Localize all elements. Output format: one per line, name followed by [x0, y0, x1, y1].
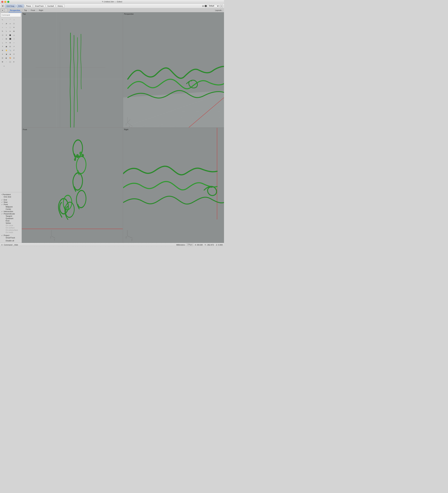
dot-tool[interactable]: ⊡: [8, 45, 12, 48]
light-tool[interactable]: ☀: [12, 52, 16, 56]
color-icon: 🎨: [9, 57, 11, 59]
layer-tool[interactable]: ≡: [1, 52, 4, 56]
point-tool[interactable]: ·: [4, 18, 8, 22]
select-tool[interactable]: ↖: [1, 18, 4, 22]
trim-tool[interactable]: ✂: [4, 41, 8, 45]
minimize-button[interactable]: [4, 1, 6, 3]
spline-tool[interactable]: ⌣: [4, 26, 8, 29]
layouts-button[interactable]: Layouts...: [215, 9, 223, 11]
snap-tangent-item[interactable]: Tangent: [1, 215, 20, 217]
leader-tool[interactable]: ↗: [12, 45, 16, 48]
history-button[interactable]: History: [56, 4, 65, 8]
zoom-select-tool[interactable]: 🔍: [8, 48, 12, 52]
snap-knot-item[interactable]: Knot: [1, 220, 20, 222]
snap-oncurve-item[interactable]: On curve: [1, 224, 20, 226]
cone-tool[interactable]: △: [12, 33, 16, 37]
dim-tool[interactable]: ↔: [12, 41, 16, 45]
snap-onpolysurface-item[interactable]: On polysurface: [1, 229, 20, 231]
snap-midpoint-item[interactable]: Midpoint: [1, 206, 20, 208]
solid-tool[interactable]: ⬛: [8, 37, 12, 41]
panel-toggle-button[interactable]: ▪: [220, 4, 223, 8]
polyline-tool[interactable]: ⏦: [12, 18, 16, 22]
color-tool[interactable]: 🎨: [8, 56, 12, 60]
surface-tool[interactable]: ⬦: [1, 37, 4, 41]
offset-tool[interactable]: ⌶: [12, 37, 16, 41]
grid-view-icon[interactable]: ⊞: [1, 9, 4, 12]
mesh-tool[interactable]: ⊞: [4, 37, 8, 41]
world-tool[interactable]: ◯: [8, 60, 12, 64]
snap-point-item[interactable]: Point: [1, 203, 20, 206]
viewport-selector[interactable]: Default: [207, 4, 219, 8]
scale-tool[interactable]: ⤡: [4, 29, 8, 33]
planar-button[interactable]: Planar: [25, 4, 33, 8]
box-tool[interactable]: ◻: [1, 33, 4, 37]
smarttrack-button[interactable]: SmartTrack: [33, 4, 45, 8]
array-tool[interactable]: ⊞: [12, 29, 16, 33]
viewport-perspective[interactable]: Perspective: [123, 12, 224, 127]
grid-snap-button[interactable]: Grid Snap: [5, 4, 16, 8]
pan-tool[interactable]: ✋: [4, 48, 8, 52]
fillet-tool[interactable]: ╮: [1, 41, 4, 45]
tab-perspective[interactable]: Perspective: [9, 8, 22, 12]
snap-center-item[interactable]: Center: [1, 208, 20, 210]
hatch-tool[interactable]: ▦: [4, 45, 8, 48]
rect-tool[interactable]: ▭: [8, 22, 12, 25]
snap-onsurface-item[interactable]: On surface: [1, 226, 20, 229]
layout-tool[interactable]: ⊞: [1, 60, 4, 64]
snap-oneshot-item[interactable]: One shot: [1, 196, 20, 198]
gumball-button[interactable]: Gumball: [46, 4, 55, 8]
snap-disableall-item[interactable]: Disable all: [1, 239, 20, 242]
undo-tool[interactable]: ↶: [12, 48, 16, 52]
snap-intersection-label: Intersection: [4, 211, 13, 213]
text-tool[interactable]: T: [1, 45, 4, 48]
freeform-tool[interactable]: ○: [1, 26, 4, 29]
snap-intersection-item[interactable]: Intersection: [1, 210, 20, 213]
snap-quadrant-label: Quadrant: [4, 217, 13, 219]
sidebar-toggle-button[interactable]: ▤: [1, 4, 4, 8]
svg-text:x: x: [131, 126, 132, 127]
snap-end-item[interactable]: End: [1, 199, 20, 201]
snap-smarttrack-item[interactable]: SmartTrack: [1, 236, 20, 239]
mirror-tool[interactable]: ⇔: [8, 29, 12, 33]
extrude-tool[interactable]: ⬚: [8, 26, 12, 29]
display-tool[interactable]: ◐: [4, 56, 8, 60]
extra-tool[interactable]: ⊳: [12, 60, 16, 64]
snap-disableall-label: Disable all: [4, 240, 14, 242]
sphere-tool[interactable]: ●: [4, 33, 8, 37]
cplane-tool[interactable]: ⌖: [1, 64, 7, 68]
arc-tool[interactable]: ◔: [4, 22, 8, 25]
snap-vertex-item[interactable]: Vertex: [1, 222, 20, 224]
viewport-top[interactable]: Top: [22, 12, 123, 127]
boolean-tool[interactable]: ⊕: [8, 41, 12, 45]
snap-project-item[interactable]: Project: [1, 234, 20, 236]
polygon-tool[interactable]: ⬡: [12, 22, 16, 25]
undo-icon: ↶: [13, 50, 15, 51]
viewport-right[interactable]: Right: [123, 128, 224, 243]
snap-perpendicular-item[interactable]: Perpendicular: [1, 213, 20, 215]
snap-quadrant-item[interactable]: Quadrant: [1, 217, 20, 220]
viewport-tool[interactable]: ⊡: [1, 56, 4, 60]
render-tool[interactable]: ◈: [8, 52, 12, 56]
eyedrop-tool[interactable]: ⊘: [12, 56, 16, 60]
snap-set-tool[interactable]: ◦: [4, 60, 8, 64]
status-cplane[interactable]: CPlane: [186, 244, 193, 246]
command-input[interactable]: Command: [1, 13, 21, 17]
curve-tool[interactable]: ⌒: [8, 18, 12, 22]
close-button[interactable]: [1, 1, 3, 3]
cylinder-tool[interactable]: ⬤: [8, 33, 12, 37]
tab-front[interactable]: Front: [29, 8, 36, 12]
circle-tool[interactable]: ○: [1, 22, 4, 25]
zoom-tool[interactable]: ⊕: [1, 48, 4, 52]
snap-near-item[interactable]: Near: [1, 201, 20, 203]
viewport-front[interactable]: Front: [22, 128, 123, 243]
ortho-button[interactable]: Ortho: [16, 4, 24, 8]
tab-top[interactable]: Top: [23, 8, 28, 12]
tab-right[interactable]: Right: [38, 8, 45, 12]
move-tool[interactable]: ✛: [12, 26, 16, 29]
render-icon: ◈: [10, 53, 11, 55]
maximize-button[interactable]: [7, 1, 9, 3]
material-tool[interactable]: ◑: [4, 52, 8, 56]
snap-onmesh-item[interactable]: On mesh: [1, 231, 20, 234]
single-view-icon[interactable]: □: [4, 9, 7, 12]
rotate-tool[interactable]: ↻: [1, 29, 4, 33]
